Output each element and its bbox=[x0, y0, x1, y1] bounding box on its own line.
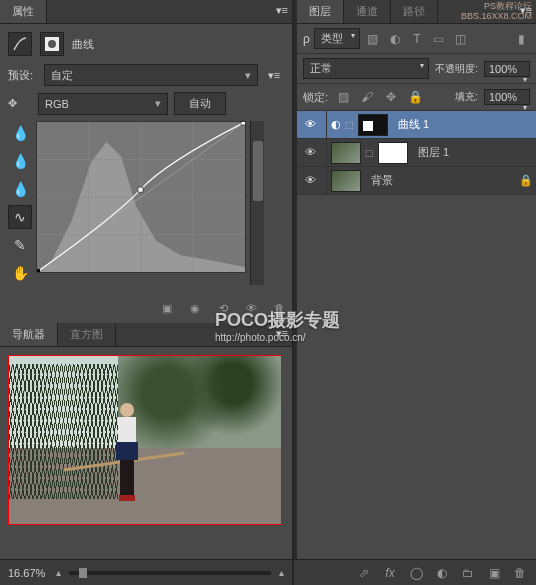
layer-name[interactable]: 图层 1 bbox=[412, 145, 536, 160]
histogram-tab[interactable]: 直方图 bbox=[58, 323, 116, 346]
edit-points-icon[interactable]: ∿ bbox=[8, 205, 32, 229]
navigator-image[interactable] bbox=[8, 355, 282, 525]
target-adjust-icon[interactable]: ✥ bbox=[8, 97, 32, 110]
properties-header: 属性 ▾≡ bbox=[0, 0, 292, 24]
opacity-input[interactable]: 100% bbox=[484, 61, 530, 77]
channel-dropdown[interactable]: RGB bbox=[38, 93, 168, 115]
lock-transparent-icon[interactable]: ▨ bbox=[334, 88, 352, 106]
svg-point-1 bbox=[48, 40, 56, 48]
layer-actions: ⬀ fx ◯ ◐ 🗀 ▣ 🗑 bbox=[294, 559, 536, 585]
lock-all-icon[interactable]: 🔒 bbox=[406, 88, 424, 106]
navigator-body bbox=[0, 347, 292, 559]
curve-graph[interactable] bbox=[36, 121, 246, 273]
filter-pixel-icon[interactable]: ▧ bbox=[364, 30, 382, 48]
curve-tool-strip: 💧 💧 💧 ∿ ✎ ✋ bbox=[8, 121, 32, 285]
filter-smart-icon[interactable]: ◫ bbox=[452, 30, 470, 48]
svg-rect-11 bbox=[37, 269, 40, 272]
panel-menu-icon[interactable]: ▾≡ bbox=[276, 4, 288, 17]
filter-shape-icon[interactable]: ▭ bbox=[430, 30, 448, 48]
visibility-icon[interactable]: 👁 bbox=[305, 174, 319, 188]
adjustment-thumb-icon: ◐ bbox=[331, 118, 341, 131]
blend-mode-dropdown[interactable]: 正常 bbox=[303, 58, 429, 79]
lock-row: 锁定: ▨ 🖌 ✥ 🔒 填充: 100% bbox=[297, 84, 536, 111]
blend-row: 正常 不透明度: 100% bbox=[297, 54, 536, 84]
layers-tab[interactable]: 图层 bbox=[297, 0, 344, 23]
fill-input[interactable]: 100% bbox=[484, 89, 530, 105]
link-layers-icon[interactable]: ⬀ bbox=[356, 565, 372, 581]
zoom-out-icon[interactable]: ▴ bbox=[56, 567, 61, 578]
eyedropper-gray-icon[interactable]: 💧 bbox=[8, 149, 32, 173]
mask-icon[interactable] bbox=[40, 32, 64, 56]
zoom-value[interactable]: 16.67% bbox=[8, 567, 48, 579]
previous-state-icon[interactable]: ◉ bbox=[186, 299, 204, 317]
mask-thumbnail[interactable] bbox=[358, 114, 388, 136]
properties-body: 曲线 预设: 自定 ▾≡ ✥ RGB 自动 💧 💧 💧 ∿ ✎ ✋ bbox=[0, 24, 292, 293]
layer-item-curves[interactable]: 👁 ◐ ⬚ 曲线 1 bbox=[297, 111, 536, 139]
layer-name[interactable]: 曲线 1 bbox=[392, 117, 536, 132]
filter-toggle-icon[interactable]: ▮ bbox=[512, 30, 530, 48]
layer-item-background[interactable]: 👁 背景 🔒 bbox=[297, 167, 536, 195]
fx-icon[interactable]: fx bbox=[382, 565, 398, 581]
eyedropper-white-icon[interactable]: 💧 bbox=[8, 177, 32, 201]
layer-thumbnail[interactable] bbox=[331, 170, 361, 192]
adjustment-layer-icon[interactable]: ◐ bbox=[434, 565, 450, 581]
channels-tab[interactable]: 通道 bbox=[344, 0, 391, 23]
trash-icon[interactable]: 🗑 bbox=[512, 565, 528, 581]
preset-menu-icon[interactable]: ▾≡ bbox=[264, 64, 284, 86]
paths-tab[interactable]: 路径 bbox=[391, 0, 438, 23]
zoom-in-icon[interactable]: ▴ bbox=[279, 567, 284, 578]
svg-rect-10 bbox=[241, 122, 245, 125]
zoom-bar: 16.67% ▴ ▴ bbox=[0, 559, 292, 585]
clip-icon[interactable]: ▣ bbox=[158, 299, 176, 317]
hand-icon[interactable]: ✋ bbox=[8, 261, 32, 285]
mask-thumbnail[interactable] bbox=[378, 142, 408, 164]
mask-icon[interactable]: ◯ bbox=[408, 565, 424, 581]
watermark: POCO摄影专题 http://photo.poco.cn/ bbox=[215, 308, 340, 343]
lock-label: 锁定: bbox=[303, 90, 328, 105]
new-layer-icon[interactable]: ▣ bbox=[486, 565, 502, 581]
opacity-label: 不透明度: bbox=[435, 62, 478, 76]
filter-adjust-icon[interactable]: ◐ bbox=[386, 30, 404, 48]
curves-icon[interactable] bbox=[8, 32, 32, 56]
fill-label: 填充: bbox=[455, 90, 478, 104]
layer-list: 👁 ◐ ⬚ 曲线 1 👁 ⬚ 图层 1 👁 背景 🔒 bbox=[297, 111, 536, 195]
visibility-icon[interactable]: 👁 bbox=[305, 118, 319, 132]
filter-row: ρ 类型 ▧ ◐ T ▭ ◫ ▮ bbox=[297, 24, 536, 54]
visibility-icon[interactable]: 👁 bbox=[305, 146, 319, 160]
filter-type-icon[interactable]: T bbox=[408, 30, 426, 48]
lock-position-icon[interactable]: ✥ bbox=[382, 88, 400, 106]
svg-rect-9 bbox=[138, 187, 143, 192]
navigator-tab[interactable]: 导航器 bbox=[0, 323, 58, 346]
properties-scrollbar[interactable] bbox=[250, 121, 264, 285]
layer-thumbnail[interactable] bbox=[331, 142, 361, 164]
zoom-slider[interactable] bbox=[69, 571, 271, 575]
eyedropper-black-icon[interactable]: 💧 bbox=[8, 121, 32, 145]
filter-type-dropdown[interactable]: 类型 bbox=[314, 28, 360, 49]
adjustment-title: 曲线 bbox=[72, 37, 94, 52]
preset-dropdown[interactable]: 自定 bbox=[44, 64, 258, 86]
layer-name[interactable]: 背景 bbox=[365, 173, 516, 188]
auto-button[interactable]: 自动 bbox=[174, 92, 226, 115]
draw-curve-icon[interactable]: ✎ bbox=[8, 233, 32, 257]
top-watermark: PS教程论坛 BBS.16XX8.COM bbox=[461, 2, 532, 22]
link-icon: ⬚ bbox=[365, 148, 374, 158]
preset-label: 预设: bbox=[8, 68, 38, 83]
lock-image-icon[interactable]: 🖌 bbox=[358, 88, 376, 106]
lock-icon: 🔒 bbox=[519, 174, 533, 187]
link-icon: ⬚ bbox=[345, 120, 354, 130]
properties-tab[interactable]: 属性 bbox=[0, 0, 47, 23]
layer-item-layer1[interactable]: 👁 ⬚ 图层 1 bbox=[297, 139, 536, 167]
group-icon[interactable]: 🗀 bbox=[460, 565, 476, 581]
